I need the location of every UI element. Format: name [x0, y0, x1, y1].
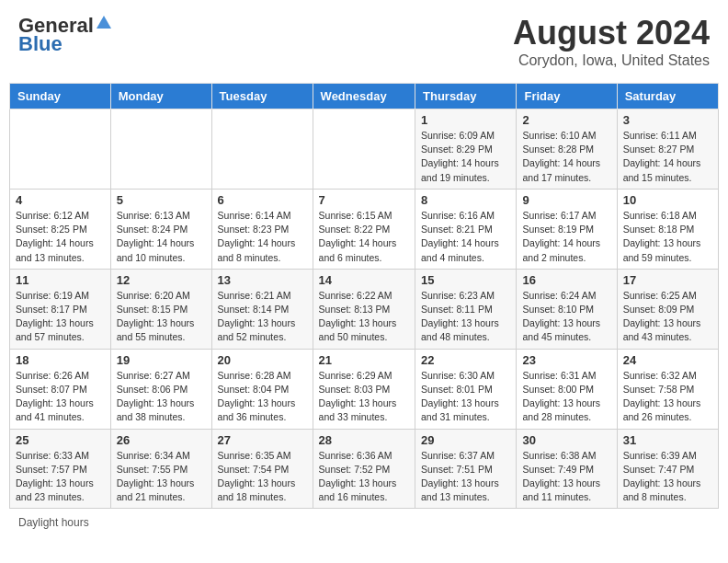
day-info: Sunrise: 6:26 AMSunset: 8:07 PMDaylight:… — [16, 369, 105, 425]
day-number: 10 — [623, 193, 712, 207]
day-info: Sunrise: 6:24 AMSunset: 8:10 PMDaylight:… — [522, 289, 610, 345]
day-number: 24 — [623, 353, 712, 367]
day-number: 26 — [117, 433, 206, 447]
calendar-cell: 6Sunrise: 6:14 AMSunset: 8:23 PMDaylight… — [211, 189, 313, 269]
day-info: Sunrise: 6:18 AMSunset: 8:18 PMDaylight:… — [623, 209, 712, 265]
day-number: 6 — [218, 193, 307, 207]
calendar-week-row: 18Sunrise: 6:26 AMSunset: 8:07 PMDayligh… — [10, 349, 719, 429]
calendar-cell: 7Sunrise: 6:15 AMSunset: 8:22 PMDaylight… — [313, 189, 415, 269]
day-info: Sunrise: 6:30 AMSunset: 8:01 PMDaylight:… — [421, 369, 510, 425]
day-number: 25 — [16, 433, 105, 447]
calendar-cell: 10Sunrise: 6:18 AMSunset: 8:18 PMDayligh… — [617, 189, 718, 269]
day-info: Sunrise: 6:22 AMSunset: 8:13 PMDaylight:… — [319, 289, 409, 345]
day-info: Sunrise: 6:13 AMSunset: 8:24 PMDaylight:… — [117, 209, 206, 265]
day-number: 15 — [421, 273, 510, 287]
calendar-cell: 20Sunrise: 6:28 AMSunset: 8:04 PMDayligh… — [211, 349, 313, 429]
calendar-day-header: Tuesday — [211, 84, 313, 109]
day-number: 8 — [421, 193, 510, 207]
day-info: Sunrise: 6:37 AMSunset: 7:51 PMDaylight:… — [421, 449, 510, 505]
calendar-cell: 14Sunrise: 6:22 AMSunset: 8:13 PMDayligh… — [313, 269, 415, 349]
calendar-header-row: SundayMondayTuesdayWednesdayThursdayFrid… — [10, 84, 719, 109]
calendar-cell: 29Sunrise: 6:37 AMSunset: 7:51 PMDayligh… — [415, 429, 517, 509]
footer-label: Daylight hours — [18, 516, 89, 529]
day-number: 22 — [421, 353, 510, 367]
day-number: 7 — [319, 193, 409, 207]
calendar-week-row: 4Sunrise: 6:12 AMSunset: 8:25 PMDaylight… — [10, 189, 719, 269]
calendar-cell: 1Sunrise: 6:09 AMSunset: 8:29 PMDaylight… — [415, 109, 517, 190]
day-number: 13 — [218, 273, 307, 287]
calendar-cell: 28Sunrise: 6:36 AMSunset: 7:52 PMDayligh… — [313, 429, 415, 509]
calendar-cell: 12Sunrise: 6:20 AMSunset: 8:15 PMDayligh… — [110, 269, 211, 349]
day-info: Sunrise: 6:23 AMSunset: 8:11 PMDaylight:… — [421, 289, 510, 345]
footer: Daylight hours — [9, 516, 719, 529]
day-info: Sunrise: 6:16 AMSunset: 8:21 PMDaylight:… — [421, 209, 510, 265]
day-number: 3 — [623, 113, 712, 127]
calendar-week-row: 25Sunrise: 6:33 AMSunset: 7:57 PMDayligh… — [10, 429, 719, 509]
day-number: 14 — [319, 273, 409, 287]
logo-blue-text: Blue — [18, 32, 63, 56]
day-number: 4 — [16, 193, 105, 207]
day-info: Sunrise: 6:12 AMSunset: 8:25 PMDaylight:… — [16, 209, 105, 265]
day-info: Sunrise: 6:25 AMSunset: 8:09 PMDaylight:… — [623, 289, 712, 345]
day-number: 31 — [623, 433, 712, 447]
calendar-cell: 25Sunrise: 6:33 AMSunset: 7:57 PMDayligh… — [10, 429, 111, 509]
day-info: Sunrise: 6:38 AMSunset: 7:49 PMDaylight:… — [522, 449, 610, 505]
day-number: 1 — [421, 113, 510, 127]
calendar-day-header: Saturday — [617, 84, 718, 109]
day-info: Sunrise: 6:10 AMSunset: 8:28 PMDaylight:… — [522, 129, 610, 185]
calendar-cell: 17Sunrise: 6:25 AMSunset: 8:09 PMDayligh… — [617, 269, 718, 349]
day-info: Sunrise: 6:20 AMSunset: 8:15 PMDaylight:… — [117, 289, 206, 345]
day-info: Sunrise: 6:11 AMSunset: 8:27 PMDaylight:… — [623, 129, 712, 185]
calendar-day-header: Monday — [110, 84, 211, 109]
calendar-cell: 5Sunrise: 6:13 AMSunset: 8:24 PMDaylight… — [110, 189, 211, 269]
calendar-cell: 23Sunrise: 6:31 AMSunset: 8:00 PMDayligh… — [517, 349, 617, 429]
day-info: Sunrise: 6:14 AMSunset: 8:23 PMDaylight:… — [218, 209, 307, 265]
day-info: Sunrise: 6:21 AMSunset: 8:14 PMDaylight:… — [218, 289, 307, 345]
calendar-week-row: 1Sunrise: 6:09 AMSunset: 8:29 PMDaylight… — [10, 109, 719, 190]
day-info: Sunrise: 6:17 AMSunset: 8:19 PMDaylight:… — [522, 209, 610, 265]
day-number: 21 — [319, 353, 409, 367]
svg-marker-0 — [97, 16, 111, 29]
day-number: 29 — [421, 433, 510, 447]
day-number: 28 — [319, 433, 409, 447]
page-header: General Blue August 2024 Corydon, Iowa, … — [9, 9, 719, 74]
calendar-day-header: Friday — [517, 84, 617, 109]
calendar-cell — [211, 109, 313, 190]
day-info: Sunrise: 6:32 AMSunset: 7:58 PMDaylight:… — [623, 369, 712, 425]
calendar-cell: 31Sunrise: 6:39 AMSunset: 7:47 PMDayligh… — [617, 429, 718, 509]
calendar-cell: 13Sunrise: 6:21 AMSunset: 8:14 PMDayligh… — [211, 269, 313, 349]
calendar-cell: 15Sunrise: 6:23 AMSunset: 8:11 PMDayligh… — [415, 269, 517, 349]
calendar-cell: 4Sunrise: 6:12 AMSunset: 8:25 PMDaylight… — [10, 189, 111, 269]
calendar-cell: 24Sunrise: 6:32 AMSunset: 7:58 PMDayligh… — [617, 349, 718, 429]
logo: General Blue — [18, 14, 112, 56]
day-number: 30 — [522, 433, 610, 447]
day-number: 23 — [522, 353, 610, 367]
day-info: Sunrise: 6:36 AMSunset: 7:52 PMDaylight:… — [319, 449, 409, 505]
calendar-cell: 3Sunrise: 6:11 AMSunset: 8:27 PMDaylight… — [617, 109, 718, 190]
calendar-day-header: Sunday — [10, 84, 111, 109]
calendar-cell — [10, 109, 111, 190]
day-number: 27 — [218, 433, 307, 447]
calendar-cell: 21Sunrise: 6:29 AMSunset: 8:03 PMDayligh… — [313, 349, 415, 429]
day-info: Sunrise: 6:19 AMSunset: 8:17 PMDaylight:… — [16, 289, 105, 345]
calendar-cell: 11Sunrise: 6:19 AMSunset: 8:17 PMDayligh… — [10, 269, 111, 349]
day-number: 11 — [16, 273, 105, 287]
day-info: Sunrise: 6:28 AMSunset: 8:04 PMDaylight:… — [218, 369, 307, 425]
day-number: 5 — [117, 193, 206, 207]
day-info: Sunrise: 6:29 AMSunset: 8:03 PMDaylight:… — [319, 369, 409, 425]
calendar-day-header: Wednesday — [313, 84, 415, 109]
calendar-day-header: Thursday — [415, 84, 517, 109]
calendar-cell: 18Sunrise: 6:26 AMSunset: 8:07 PMDayligh… — [10, 349, 111, 429]
calendar-cell: 30Sunrise: 6:38 AMSunset: 7:49 PMDayligh… — [517, 429, 617, 509]
calendar-cell: 19Sunrise: 6:27 AMSunset: 8:06 PMDayligh… — [110, 349, 211, 429]
calendar-cell: 16Sunrise: 6:24 AMSunset: 8:10 PMDayligh… — [517, 269, 617, 349]
calendar-cell: 22Sunrise: 6:30 AMSunset: 8:01 PMDayligh… — [415, 349, 517, 429]
day-number: 20 — [218, 353, 307, 367]
main-title: August 2024 — [513, 14, 710, 52]
day-number: 16 — [522, 273, 610, 287]
day-number: 2 — [522, 113, 610, 127]
day-info: Sunrise: 6:15 AMSunset: 8:22 PMDaylight:… — [319, 209, 409, 265]
day-number: 9 — [522, 193, 610, 207]
calendar-cell — [313, 109, 415, 190]
day-info: Sunrise: 6:35 AMSunset: 7:54 PMDaylight:… — [218, 449, 307, 505]
